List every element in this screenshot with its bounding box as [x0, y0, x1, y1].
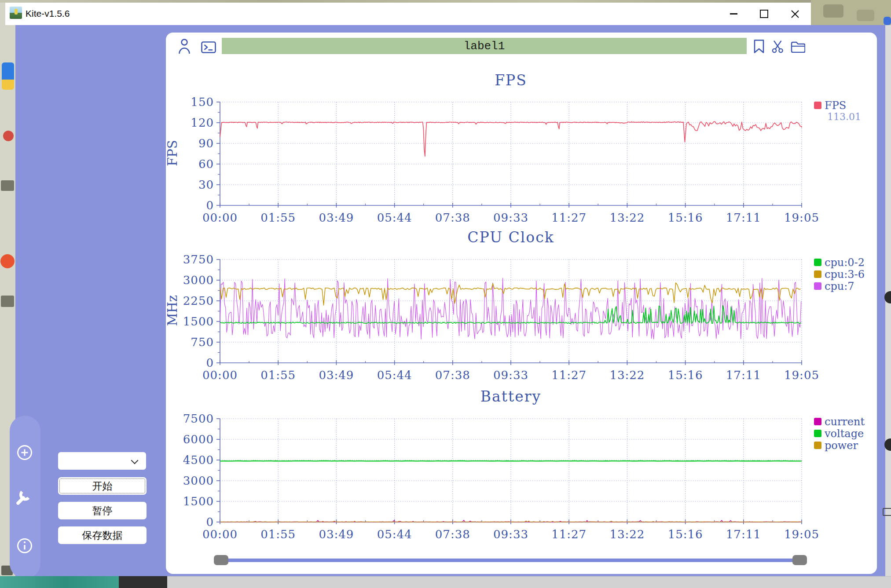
x-tick-label: 11:27 — [543, 528, 595, 541]
x-tick-label: 07:38 — [426, 528, 479, 541]
x-tick-label: 01:55 — [252, 211, 304, 224]
x-tick-label: 09:33 — [484, 211, 537, 224]
close-button[interactable] — [782, 3, 808, 25]
chart-title-cpu: CPU Clock — [220, 229, 802, 246]
maximize-button[interactable] — [751, 3, 777, 25]
legend-value: 113.01 — [827, 111, 861, 123]
x-tick-label: 09:33 — [484, 369, 537, 382]
maximize-icon — [760, 10, 768, 18]
y-tick-label: 1500 — [175, 315, 214, 328]
y-tick-label: 1500 — [175, 495, 214, 508]
folder-icon[interactable] — [791, 40, 805, 53]
wrench-icon[interactable] — [14, 487, 33, 507]
titlebar: Kite-v1.5.6 — [5, 3, 811, 25]
legend-battery: currentvoltagepower — [814, 416, 865, 451]
y-tick-label: 120 — [175, 116, 214, 129]
desktop-texture — [857, 10, 874, 21]
screen: Kite-v1.5.6 label1 FPSFPS03060901201500 — [0, 0, 891, 588]
x-tick-label: 11:27 — [543, 211, 595, 224]
x-tick-label: 00:00 — [194, 528, 246, 541]
legend-item[interactable]: FPS — [814, 99, 861, 111]
legend-item[interactable]: cpu:7 — [814, 280, 865, 292]
legend-item[interactable]: cpu:0-2 — [814, 256, 865, 268]
slider-handle-right[interactable] — [792, 555, 807, 565]
window-title: Kite-v1.5.6 — [26, 8, 70, 19]
y-tick-label: 3000 — [175, 474, 214, 487]
add-button[interactable] — [16, 444, 33, 461]
y-tick-label: 4500 — [175, 453, 214, 467]
minimize-icon — [730, 13, 737, 14]
desktop-icon — [0, 254, 15, 268]
desktop-edge-right — [885, 25, 891, 576]
y-tick-label: 90 — [175, 137, 214, 150]
scissors-icon[interactable] — [771, 40, 785, 53]
taskbar-segment — [167, 576, 891, 588]
x-tick-label: 01:55 — [252, 528, 304, 541]
bookmark-icon[interactable] — [753, 39, 765, 54]
legend-fps: FPS113.01 — [814, 99, 861, 123]
x-tick-label: 17:11 — [717, 369, 770, 382]
y-tick-label: 2250 — [175, 294, 214, 307]
app-icon — [10, 7, 22, 19]
y-tick-label: 60 — [175, 157, 214, 171]
legend-label: voltage — [825, 427, 864, 440]
x-tick-label: 00:00 — [194, 211, 246, 224]
legend-swatch — [814, 442, 821, 449]
desktop-icon — [1, 180, 14, 191]
label-input[interactable]: label1 — [222, 38, 747, 54]
x-tick-label: 03:49 — [310, 211, 363, 224]
x-tick-label: 13:22 — [601, 211, 653, 224]
minimize-button[interactable] — [721, 3, 746, 25]
y-tick-label: 6000 — [175, 433, 214, 446]
legend-label: cpu:7 — [825, 280, 854, 292]
y-tick-label: 0 — [175, 515, 214, 529]
legend-label: cpu:3-6 — [825, 268, 865, 281]
y-tick-label: 0 — [175, 199, 214, 212]
desktop-icon — [1, 296, 14, 307]
x-tick-label: 19:05 — [775, 528, 828, 541]
chart-plot-cpu — [213, 256, 806, 369]
user-icon[interactable] — [178, 38, 191, 55]
legend-swatch — [814, 102, 821, 109]
x-tick-label: 15:16 — [659, 528, 712, 541]
desktop-icon — [2, 62, 14, 90]
x-tick-label: 01:55 — [252, 369, 304, 382]
desktop-edge-bottom — [0, 576, 891, 588]
chart-title-fps: FPS — [220, 72, 802, 89]
save-data-button[interactable]: 保存数据 — [58, 526, 147, 544]
desktop-icon — [3, 131, 14, 141]
time-range-slider-track[interactable] — [220, 559, 802, 562]
legend-item[interactable]: cpu:3-6 — [814, 268, 865, 280]
x-tick-label: 05:44 — [368, 369, 421, 382]
legend-item[interactable]: power — [814, 439, 865, 451]
legend-item[interactable]: voltage — [814, 427, 865, 439]
legend-item[interactable]: current — [814, 416, 865, 427]
x-tick-label: 07:38 — [426, 369, 479, 382]
desktop-corner-top-right — [811, 0, 891, 25]
info-button[interactable] — [16, 537, 33, 555]
legend-swatch — [814, 430, 821, 437]
legend-swatch — [814, 270, 821, 278]
chart-plot-battery — [213, 415, 806, 528]
x-tick-label: 13:22 — [601, 528, 653, 541]
y-tick-label: 750 — [175, 336, 214, 349]
legend-swatch — [814, 259, 821, 266]
y-tick-label: 7500 — [175, 412, 214, 425]
x-tick-label: 15:16 — [659, 211, 712, 224]
legend-label: cpu:0-2 — [825, 256, 865, 269]
start-button[interactable]: 开始 — [58, 477, 147, 495]
desktop-texture — [823, 4, 843, 18]
x-tick-label: 17:11 — [717, 528, 770, 541]
terminal-icon[interactable] — [201, 41, 216, 53]
legend-label: FPS — [825, 99, 846, 112]
slider-handle-left[interactable] — [214, 555, 228, 565]
x-tick-label: 17:11 — [717, 211, 770, 224]
chart-title-battery: Battery — [220, 388, 802, 405]
y-tick-label: 30 — [175, 178, 214, 191]
chart-plot-fps — [213, 99, 806, 212]
legend-label: power — [825, 439, 858, 452]
desktop-icon — [884, 291, 891, 303]
pause-button[interactable]: 暂停 — [58, 502, 147, 519]
x-tick-label: 13:22 — [601, 369, 653, 382]
x-tick-label: 03:49 — [310, 528, 363, 541]
